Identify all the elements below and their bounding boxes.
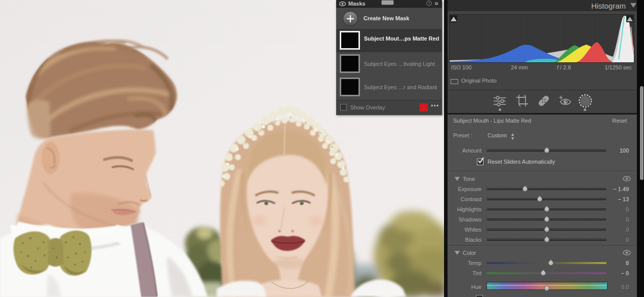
- svg-text:?: ?: [428, 2, 430, 5]
